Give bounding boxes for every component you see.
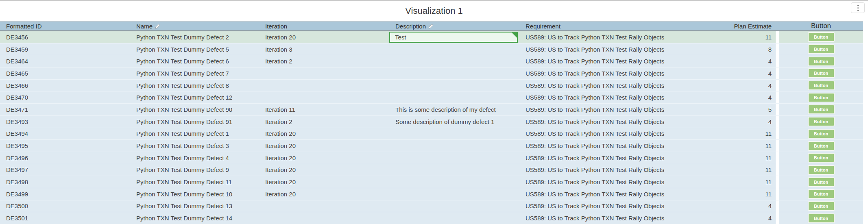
description-edit-box[interactable]	[389, 128, 519, 140]
description-text: Test	[395, 34, 406, 41]
cell-description	[389, 80, 519, 91]
cell-plan-estimate: 4	[700, 55, 776, 67]
cell-description: This is some description of my defect	[389, 104, 519, 115]
cell-requirement: US589: US to Track Python TXN Test Rally…	[519, 31, 700, 43]
cell-name: Python TXN Test Dummy Defect 12	[130, 91, 259, 103]
row-action-button[interactable]: Button	[808, 189, 835, 199]
cell-iteration: Iteration 20	[259, 176, 389, 188]
row-action-button[interactable]: Button	[808, 201, 835, 211]
cell-formatted-id: DE3471	[0, 104, 130, 115]
row-action-button[interactable]: Button	[808, 93, 835, 102]
cell-name: Python TXN Test Dummy Defect 13	[130, 200, 259, 212]
cell-requirement: US589: US to Track Python TXN Test Rally…	[519, 43, 700, 55]
description-edit-box[interactable]: Test	[389, 32, 518, 43]
description-edit-box[interactable]	[389, 140, 519, 152]
row-action-button[interactable]: Button	[808, 129, 835, 139]
table-row[interactable]: DE3499 Python TXN Test Dummy Defect 10 I…	[0, 188, 863, 200]
cell-formatted-id: DE3501	[0, 212, 130, 224]
table-row[interactable]: DE3495 Python TXN Test Dummy Defect 3 It…	[0, 139, 863, 152]
description-edit-box[interactable]	[389, 176, 519, 188]
cell-requirement: US589: US to Track Python TXN Test Rally…	[519, 176, 700, 188]
cell-formatted-id: DE3494	[0, 128, 130, 140]
cell-name: Python TXN Test Dummy Defect 5	[130, 43, 259, 55]
description-edit-box[interactable]: Some description of dummy defect 1	[389, 116, 519, 128]
table-row[interactable]: DE3464 Python TXN Test Dummy Defect 6 It…	[0, 55, 863, 67]
row-action-button[interactable]: Button	[808, 57, 835, 66]
row-action-button[interactable]: Button	[808, 213, 835, 223]
cell-button: Button	[779, 104, 863, 115]
cell-iteration	[259, 67, 389, 79]
column-header-plan-estimate[interactable]: Plan Estimate	[700, 22, 776, 30]
table-row[interactable]: DE3459 Python TXN Test Dummy Defect 5 It…	[0, 43, 863, 55]
grid-header-row: Formatted ID Name Iteration Description …	[0, 21, 863, 31]
cell-button: Button	[779, 152, 863, 164]
cell-iteration: Iteration 11	[259, 104, 389, 115]
description-text: This is some description of my defect	[395, 106, 496, 113]
column-header-button: Button	[779, 22, 863, 30]
cell-plan-estimate: 4	[700, 91, 776, 103]
cell-requirement: US589: US to Track Python TXN Test Rally…	[519, 212, 700, 224]
cell-plan-estimate: 4	[700, 80, 776, 91]
table-row[interactable]: DE3497 Python TXN Test Dummy Defect 9 It…	[0, 164, 863, 176]
cell-formatted-id: DE3496	[0, 152, 130, 164]
description-edit-box[interactable]	[389, 200, 519, 212]
table-row[interactable]: DE3501 Python TXN Test Dummy Defect 14 U…	[0, 212, 863, 224]
description-edit-box[interactable]	[389, 188, 519, 200]
cell-plan-estimate: 11	[700, 128, 776, 140]
row-action-button[interactable]: Button	[808, 141, 835, 151]
description-edit-box[interactable]	[389, 91, 519, 103]
cell-plan-estimate: 11	[700, 176, 776, 188]
cell-plan-estimate: 4	[700, 116, 776, 128]
column-separator	[776, 152, 779, 164]
column-separator	[776, 140, 779, 152]
row-action-button[interactable]: Button	[808, 68, 835, 78]
cell-formatted-id: DE3499	[0, 188, 130, 200]
cell-name: Python TXN Test Dummy Defect 91	[130, 116, 259, 128]
table-row[interactable]: DE3456 Python TXN Test Dummy Defect 2 It…	[0, 31, 863, 43]
cell-button: Button	[779, 128, 863, 140]
description-edit-box[interactable]: This is some description of my defect	[389, 104, 519, 115]
column-header-requirement[interactable]: Requirement	[519, 22, 700, 30]
cell-requirement: US589: US to Track Python TXN Test Rally…	[519, 67, 700, 79]
row-action-button[interactable]: Button	[808, 32, 835, 42]
kebab-menu-button[interactable]	[851, 2, 865, 13]
cell-iteration	[259, 200, 389, 212]
cell-formatted-id: DE3497	[0, 164, 130, 176]
description-edit-box[interactable]	[389, 80, 519, 91]
description-edit-box[interactable]	[389, 152, 519, 164]
row-action-button[interactable]: Button	[808, 165, 835, 175]
table-row[interactable]: DE3466 Python TXN Test Dummy Defect 8 US…	[0, 79, 863, 91]
column-header-description[interactable]: Description	[389, 22, 519, 30]
description-edit-box[interactable]	[389, 43, 519, 55]
cell-button: Button	[779, 212, 863, 224]
cell-requirement: US589: US to Track Python TXN Test Rally…	[519, 200, 700, 212]
cell-description: Some description of dummy defect 1	[389, 116, 519, 128]
table-row[interactable]: DE3493 Python TXN Test Dummy Defect 91 I…	[0, 115, 863, 128]
row-action-button[interactable]: Button	[808, 177, 835, 187]
cell-button: Button	[779, 140, 863, 152]
page-title: Visualization 1	[0, 1, 868, 16]
table-row[interactable]: DE3494 Python TXN Test Dummy Defect 1 It…	[0, 128, 863, 140]
column-header-formatted-id[interactable]: Formatted ID	[0, 22, 130, 30]
row-action-button[interactable]: Button	[808, 153, 835, 163]
row-action-button[interactable]: Button	[808, 44, 835, 54]
column-header-iteration[interactable]: Iteration	[259, 22, 389, 30]
row-action-button[interactable]: Button	[808, 117, 835, 126]
cell-requirement: US589: US to Track Python TXN Test Rally…	[519, 91, 700, 103]
table-row[interactable]: DE3498 Python TXN Test Dummy Defect 11 I…	[0, 176, 863, 188]
table-row[interactable]: DE3500 Python TXN Test Dummy Defect 13 U…	[0, 200, 863, 212]
row-action-button[interactable]: Button	[808, 80, 835, 90]
description-edit-box[interactable]	[389, 55, 519, 67]
description-edit-box[interactable]	[389, 164, 519, 176]
description-edit-box[interactable]	[389, 212, 519, 224]
table-row[interactable]: DE3470 Python TXN Test Dummy Defect 12 U…	[0, 91, 863, 103]
column-header-name[interactable]: Name	[130, 22, 259, 30]
description-edit-box[interactable]	[389, 67, 519, 79]
table-row[interactable]: DE3471 Python TXN Test Dummy Defect 90 I…	[0, 103, 863, 115]
table-row[interactable]: DE3465 Python TXN Test Dummy Defect 7 US…	[0, 67, 863, 79]
table-row[interactable]: DE3496 Python TXN Test Dummy Defect 4 It…	[0, 152, 863, 164]
row-action-button[interactable]: Button	[808, 104, 835, 114]
column-separator	[776, 91, 779, 103]
column-separator	[776, 55, 779, 67]
cell-requirement: US589: US to Track Python TXN Test Rally…	[519, 128, 700, 140]
